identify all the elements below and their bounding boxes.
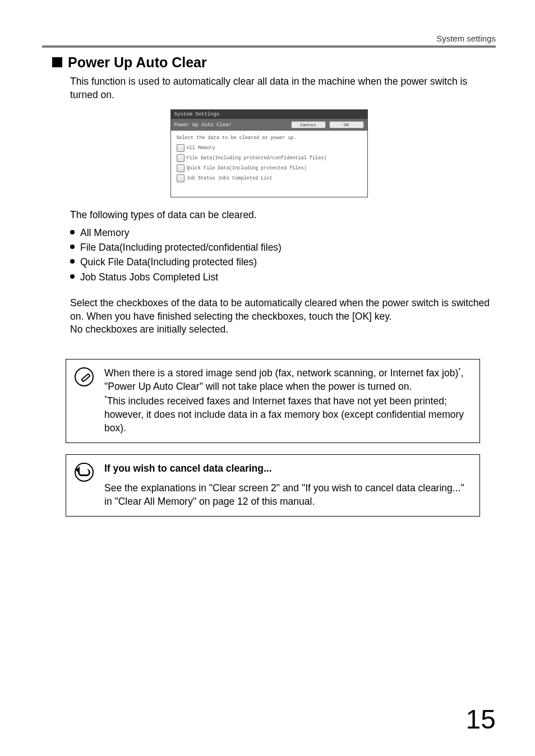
dialog-option-label: Quick File Data(Including protected file… bbox=[187, 165, 307, 171]
section-bullet-icon bbox=[52, 57, 62, 67]
dialog-option-label: Job Status Jobs Completed List bbox=[187, 176, 273, 181]
checkbox-icon[interactable] bbox=[177, 174, 185, 182]
back-arrow-icon bbox=[78, 469, 90, 476]
breadcrumb: System settings bbox=[42, 34, 496, 43]
list-item: File Data(Including protected/confidenti… bbox=[70, 240, 490, 255]
section-intro: This function is used to automatically c… bbox=[70, 75, 490, 102]
note2-body: See the explanations in "Clear screen 2"… bbox=[104, 481, 472, 508]
list-item: Job Status Jobs Completed List bbox=[70, 270, 490, 284]
page-number: 15 bbox=[466, 704, 496, 735]
followup-lead: The following types of data can be clear… bbox=[70, 209, 490, 222]
dialog-power-up-auto-clear: System Settings Power Up Auto Clear Canc… bbox=[170, 109, 368, 197]
note2-heading: If you wish to cancel data clearing... bbox=[104, 462, 472, 475]
dialog-option-job-status[interactable]: Job Status Jobs Completed List bbox=[177, 173, 362, 183]
dialog-system-label: System Settings bbox=[171, 110, 367, 119]
note1-footnote: This includes received faxes and Interne… bbox=[104, 395, 464, 434]
ok-button[interactable]: OK bbox=[329, 121, 364, 128]
dialog-option-all-memory[interactable]: All Memory bbox=[177, 143, 362, 153]
note-box-stored-job: When there is a stored image send job (f… bbox=[66, 359, 480, 444]
back-icon-circle bbox=[75, 463, 94, 482]
dialog-option-label: File Data(Including protected/confidenti… bbox=[187, 155, 327, 161]
note1-line1a: When there is a stored image send job (f… bbox=[104, 367, 458, 379]
header-divider bbox=[42, 45, 496, 48]
list-item: All Memory bbox=[70, 225, 490, 240]
dialog-option-label: All Memory bbox=[187, 145, 215, 151]
clear-types-list: All Memory File Data(Including protected… bbox=[70, 225, 490, 284]
section-title: Power Up Auto Clear bbox=[68, 54, 207, 71]
cancel-button[interactable]: Cancel bbox=[291, 121, 326, 128]
checkbox-icon[interactable] bbox=[177, 164, 185, 172]
list-item: Quick File Data(Including protected file… bbox=[70, 255, 490, 269]
note-box-cancel-clearing: If you wish to cancel data clearing... S… bbox=[66, 454, 480, 516]
checkbox-icon[interactable] bbox=[177, 144, 185, 152]
dialog-option-quick-file-data[interactable]: Quick File Data(Including protected file… bbox=[177, 163, 362, 173]
pencil-icon bbox=[80, 372, 89, 381]
instruction-para-1: Select the checkboxes of the data to be … bbox=[70, 297, 490, 323]
dialog-option-file-data[interactable]: File Data(Including protected/confidenti… bbox=[177, 153, 362, 163]
checkbox-icon[interactable] bbox=[177, 154, 185, 162]
footnote-marker: * bbox=[104, 394, 107, 402]
note-icon bbox=[75, 367, 94, 386]
dialog-title: Power Up Auto Clear bbox=[174, 122, 232, 128]
instruction-para-2: No checkboxes are initially selected. bbox=[70, 323, 490, 336]
dialog-subtitle: Select the data to be cleared at power u… bbox=[171, 131, 367, 143]
